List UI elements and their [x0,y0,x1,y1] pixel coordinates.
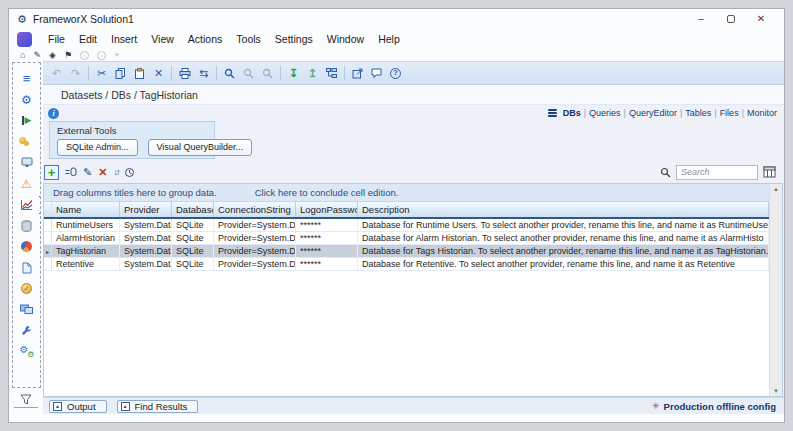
delete-row-icon[interactable]: ✕ [98,167,107,178]
sidebar-item-displays[interactable] [16,301,38,318]
restore-button[interactable] [716,10,746,28]
redo-icon[interactable]: ↷ [69,68,82,79]
rename-row-icon[interactable] [65,167,77,177]
cell-name[interactable]: RuntimeUsers [52,219,120,231]
tab-files[interactable]: Files [720,108,739,118]
find-next-icon[interactable] [261,68,274,79]
page-setup-icon[interactable]: ⇆ [197,68,210,79]
sidebar-item-historian[interactable] [16,217,38,234]
sidebar-item-settings[interactable]: ⚙ [16,91,38,108]
cell-logonpassword[interactable]: ****** [296,219,358,231]
import-tags-icon[interactable]: ↧ [287,68,300,79]
scroll-up-icon[interactable]: ▲ [773,186,779,192]
tab-queryeditor[interactable]: QueryEditor [629,108,677,118]
field-chooser-icon[interactable] [763,166,776,178]
column-header-database[interactable]: Database [172,202,214,217]
scroll-down-icon[interactable]: ▼ [773,388,779,394]
cell-database[interactable]: SQLite [172,258,214,270]
home-icon[interactable]: ⌂ [20,51,25,60]
help-icon[interactable]: ? [389,68,402,79]
delete-icon[interactable]: ✕ [152,68,165,79]
cell-logonpassword[interactable]: ****** [296,258,358,270]
menu-edit[interactable]: Edit [72,31,104,47]
app-logo-icon[interactable] [17,32,32,47]
cell-name[interactable]: TagHistorian [52,245,120,257]
sidebar-item-tags[interactable] [16,133,38,150]
cell-description[interactable]: Database for Retentive. To select anothe… [358,258,769,270]
sidebar-item-alarms[interactable]: ⚠ [16,175,38,192]
edit-row-icon[interactable]: ✎ [83,167,92,178]
add-row-button[interactable]: + [44,165,59,180]
sidebar-item-runtime[interactable]: ⚙⚙ [16,343,38,360]
cell-name[interactable]: Retentive [52,258,120,270]
nav-forward-icon[interactable]: › [97,51,106,60]
cell-name[interactable]: AlarmHistorian [52,232,120,244]
nav-back-icon[interactable]: ‹ [80,51,89,60]
menu-settings[interactable]: Settings [268,31,320,47]
sidebar-item-run[interactable]: ▶ [16,112,38,129]
table-row-retentive[interactable]: Retentive System.Data.S... SQLite Provid… [44,258,769,271]
tab-dbs[interactable]: DBs [563,108,581,118]
export-tags-icon[interactable]: ↥ [306,68,319,79]
cell-database[interactable]: SQLite [172,232,214,244]
print-icon[interactable] [178,68,191,79]
close-button[interactable]: ✕ [746,10,776,28]
history-dropdown-icon[interactable]: ▼ [114,52,120,58]
breadcrumb[interactable]: Datasets / DBs / TagHistorian [61,89,198,101]
cell-logonpassword[interactable]: ****** [296,245,358,257]
sidebar-item-scripts[interactable] [16,259,38,276]
column-header-name[interactable]: Name [52,202,120,217]
cell-database[interactable]: SQLite [172,219,214,231]
column-header-provider[interactable]: Provider [120,202,172,217]
menu-file[interactable]: File [41,31,72,47]
sqlite-admin-button[interactable]: SQLite Admin... [57,139,138,156]
sidebar-grip[interactable] [14,407,38,408]
cell-provider[interactable]: System.Data.S... [120,245,172,257]
minimize-button[interactable]: – [686,10,716,28]
column-header-connectionstring[interactable]: ConnectionString [214,202,296,217]
cell-database[interactable]: SQLite [172,245,214,257]
cut-icon[interactable]: ✂ [95,68,108,79]
sidebar-item-security[interactable]: ✓ [16,280,38,297]
cell-connectionstring[interactable]: Provider=System.Data... [214,232,296,244]
cell-description[interactable]: Database for Runtime Users. To select an… [358,219,769,231]
cell-provider[interactable]: System.Data.S... [120,219,172,231]
tree-view-icon[interactable] [325,68,338,79]
output-panel-button[interactable]: ▲ Output [49,400,107,413]
cell-provider[interactable]: System.Data.S... [120,232,172,244]
column-header-description[interactable]: Description [358,202,769,217]
cell-description[interactable]: Database for Tags Historian. To select a… [358,245,769,257]
menu-tools[interactable]: Tools [229,31,268,47]
menu-insert[interactable]: Insert [104,31,144,47]
vertical-scrollbar[interactable]: ▲ ▼ [769,184,782,396]
find-icon[interactable] [242,68,255,79]
sidebar-item-datasets[interactable] [16,196,38,213]
menu-help[interactable]: Help [371,31,407,47]
refresh-icon[interactable] [124,167,135,178]
draw-icon[interactable]: ✎ [33,51,41,60]
conclude-edit-hint[interactable]: Click here to conclude cell edition. [255,187,399,198]
sidebar-item-devices[interactable] [16,154,38,171]
info-icon[interactable]: i [48,108,59,119]
tab-queries[interactable]: Queries [589,108,621,118]
table-row-taghistorian-selected[interactable]: ▸ TagHistorian System.Data.S... SQLite P… [44,245,769,258]
startup-icon[interactable]: ◈ [49,51,56,60]
run-flag-icon[interactable]: ⚑ [64,51,72,60]
cell-connectionstring[interactable]: Provider=System.Data... [214,258,296,270]
table-row-runtimeusers[interactable]: RuntimeUsers System.Data.S... SQLite Pro… [44,219,769,232]
undo-icon[interactable]: ↶ [50,68,63,79]
copy-icon[interactable] [114,68,127,79]
open-window-icon[interactable] [351,68,364,79]
sidebar-item-menu[interactable]: ≡ [16,70,38,87]
cell-connectionstring[interactable]: Provider=System.Data... [214,219,296,231]
visual-query-builder-button[interactable]: Visual QueryBuilder... [148,139,252,156]
column-header-logonpassword[interactable]: LogonPassword [296,202,358,217]
sidebar-item-tools[interactable] [16,322,38,339]
tab-tables[interactable]: Tables [685,108,711,118]
filter-funnel-icon[interactable] [20,394,32,405]
menu-window[interactable]: Window [320,31,371,47]
comment-icon[interactable] [370,68,383,79]
search-input[interactable] [676,165,758,180]
cell-connectionstring[interactable]: Provider=System.Data... [214,245,296,257]
tab-monitor[interactable]: Monitor [747,108,777,118]
